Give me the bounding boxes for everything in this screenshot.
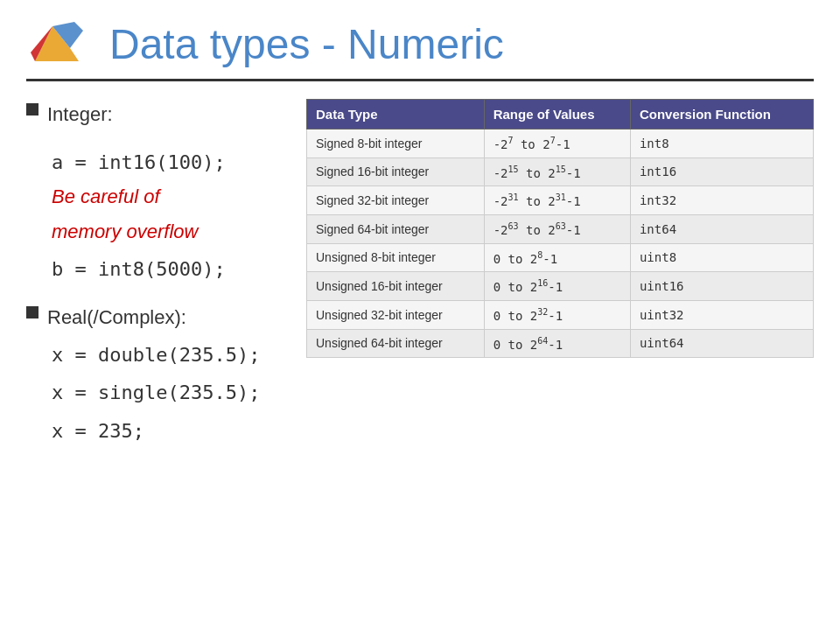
- page-title: Data types - Numeric: [109, 20, 504, 68]
- cell-type: Unsigned 32-bit integer: [307, 300, 485, 329]
- table-row: Unsigned 8-bit integer0 to 28-1uint8: [307, 243, 814, 272]
- cell-func: int8: [630, 130, 813, 158]
- cell-range: -27 to 27-1: [484, 130, 630, 158]
- cell-range: -231 to 231-1: [484, 186, 630, 215]
- table-header-row: Data Type Range of Values Conversion Fun…: [307, 100, 814, 130]
- cell-func: uint64: [630, 329, 813, 358]
- table-row: Signed 8-bit integer-27 to 27-1int8: [307, 130, 814, 158]
- left-panel: Integer: a = int16(100); Be careful of m…: [26, 99, 289, 459]
- cell-range: -263 to 263-1: [484, 214, 630, 243]
- cell-range: 0 to 28-1: [484, 243, 630, 272]
- table-row: Signed 32-bit integer-231 to 231-1int32: [307, 186, 814, 215]
- real-section: Real(/Complex): x = double(235.5); x = s…: [26, 302, 289, 446]
- col-header-type: Data Type: [307, 100, 485, 130]
- warning-line-1: Be careful of: [52, 181, 289, 212]
- table-row: Signed 16-bit integer-215 to 215-1int16: [307, 158, 814, 186]
- code-line-5: x = 235;: [52, 416, 289, 446]
- integer-label: Integer:: [47, 99, 289, 130]
- main-content: Integer: a = int16(100); Be careful of m…: [26, 99, 814, 459]
- integer-section: Integer: a = int16(100); Be careful of m…: [26, 99, 289, 284]
- cell-func: uint16: [630, 272, 813, 301]
- code-line-1: a = int16(100);: [52, 147, 289, 178]
- table-row: Signed 64-bit integer-263 to 263-1int64: [307, 214, 814, 243]
- header: Data types - Numeric: [26, 18, 814, 81]
- warning-line-2: memory overflow: [52, 216, 289, 247]
- integer-content: Integer: a = int16(100); Be careful of m…: [47, 99, 289, 284]
- col-header-range: Range of Values: [484, 100, 630, 130]
- col-header-func: Conversion Function: [630, 100, 813, 130]
- cell-type: Unsigned 64-bit integer: [307, 329, 485, 358]
- table-row: Unsigned 64-bit integer0 to 264-1uint64: [307, 329, 814, 358]
- real-label: Real(/Complex):: [47, 302, 289, 332]
- cell-func: int16: [630, 158, 813, 186]
- code-line-3: x = double(235.5);: [52, 340, 289, 370]
- cell-func: int64: [630, 214, 813, 243]
- slide: Data types - Numeric Integer: a = int16(…: [0, 0, 840, 630]
- code-line-4: x = single(235.5);: [52, 377, 289, 408]
- code-line-2: b = int8(5000);: [52, 254, 289, 284]
- data-table-container: Data Type Range of Values Conversion Fun…: [306, 99, 814, 358]
- cell-type: Unsigned 16-bit integer: [307, 272, 485, 301]
- matlab-logo-icon: [26, 18, 96, 70]
- cell-range: 0 to 264-1: [484, 329, 630, 358]
- cell-range: -215 to 215-1: [484, 158, 630, 186]
- cell-func: uint32: [630, 300, 813, 329]
- cell-type: Signed 64-bit integer: [307, 214, 485, 243]
- cell-type: Unsigned 8-bit integer: [307, 243, 485, 272]
- data-type-table: Data Type Range of Values Conversion Fun…: [306, 99, 814, 358]
- cell-type: Signed 8-bit integer: [307, 130, 485, 158]
- cell-type: Signed 32-bit integer: [307, 186, 485, 215]
- cell-func: uint8: [630, 243, 813, 272]
- cell-range: 0 to 232-1: [484, 300, 630, 329]
- table-row: Unsigned 32-bit integer0 to 232-1uint32: [307, 300, 814, 329]
- real-content: Real(/Complex): x = double(235.5); x = s…: [47, 302, 289, 446]
- table-row: Unsigned 16-bit integer0 to 216-1uint16: [307, 272, 814, 301]
- cell-func: int32: [630, 186, 813, 215]
- cell-range: 0 to 216-1: [484, 272, 630, 301]
- cell-type: Signed 16-bit integer: [307, 158, 485, 186]
- bullet-icon: [26, 103, 38, 116]
- bullet-icon-2: [26, 306, 38, 318]
